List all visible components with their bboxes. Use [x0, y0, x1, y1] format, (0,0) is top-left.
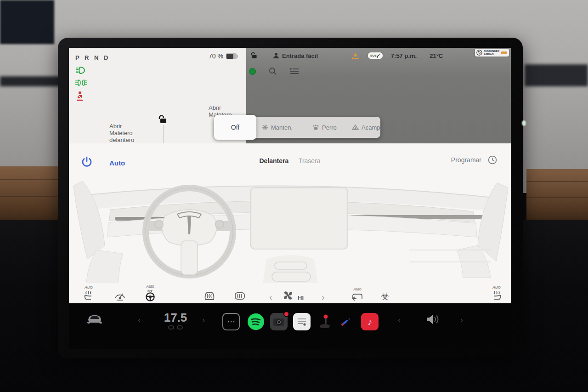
outside-temp: 21°C	[430, 52, 443, 59]
camp-tent-icon	[352, 125, 359, 130]
seat-heater-right-icon	[491, 290, 503, 301]
spotify-icon	[247, 313, 265, 330]
fan-level: HI	[298, 278, 304, 301]
sos-badge[interactable]: SOS	[368, 52, 383, 58]
seatbelt-warning-icon	[75, 91, 85, 101]
background-shadow-right	[525, 64, 588, 86]
arcade-app[interactable]	[316, 313, 334, 330]
fan-speed-up[interactable]: ›	[322, 278, 325, 301]
battery-percent: 70 %	[209, 52, 223, 60]
headlight-on-icon	[75, 66, 86, 74]
rear-defrost-icon	[233, 290, 246, 301]
seat-heater-left-icon	[83, 290, 95, 301]
front-defrost[interactable]	[203, 278, 216, 301]
ellipsis-icon: ⋯	[227, 317, 235, 327]
keep-mode-keep-label: Manten.	[271, 124, 293, 131]
front-defrost-icon	[203, 290, 216, 301]
steering-heater-auto: Auto	[146, 284, 154, 289]
battery-indicator[interactable]: 70 %	[209, 52, 238, 60]
dog-paw-icon	[312, 125, 319, 131]
chevron-left-icon: ‹	[269, 292, 272, 301]
bezel-led-reflection	[522, 120, 526, 126]
keep-mode-off[interactable]: Off	[214, 115, 256, 140]
status-bar: Entrada fácil SOS 7:57 p.m. 21°C	[246, 50, 511, 62]
keep-mode-keep[interactable]: Manten.	[262, 117, 293, 138]
wood-dashboard-right	[526, 169, 588, 220]
frunk-leader-line	[163, 125, 164, 145]
radio-app[interactable]	[293, 313, 311, 330]
toybox-app[interactable]	[337, 313, 355, 330]
recirculation-icon	[351, 292, 364, 301]
tab-rear-seats[interactable]: Trasera	[299, 157, 321, 165]
car-controls-button[interactable]	[85, 312, 104, 324]
radio-icon	[296, 316, 307, 327]
bottom-taskbar: ‹ 17.5 › ⋯	[69, 303, 511, 349]
rear-defrost[interactable]	[233, 278, 246, 301]
media-controls-row	[249, 67, 299, 75]
temp-down-chevron[interactable]: ‹	[138, 315, 141, 325]
fan-icon	[282, 290, 294, 301]
schedule-label[interactable]: Programar	[451, 156, 481, 164]
background-dark-object	[0, 0, 54, 44]
battery-icon	[226, 53, 238, 59]
app-launcher-button[interactable]: ⋯	[222, 313, 240, 330]
airbag-status-indicator	[501, 51, 507, 54]
bioweapon-defense-mode[interactable]: ☣	[380, 278, 390, 301]
keep-mode-camp[interactable]: Acamp.	[352, 117, 382, 138]
passenger-airbag-badge: PASSENGER AIRBAG	[475, 49, 509, 57]
steering-wheel-heater-icon	[144, 290, 156, 301]
seat-heater-right[interactable]: Auto	[491, 278, 503, 301]
wiper-heater[interactable]	[114, 278, 126, 301]
fan-icon-wrap	[282, 278, 294, 301]
keep-mode-dog[interactable]: Perro	[312, 117, 337, 138]
entry-mode-label: Entrada fácil	[282, 52, 318, 59]
keep-mode-dog-label: Perro	[322, 124, 337, 131]
temp-split-right-icon	[177, 325, 183, 330]
unlocked-padlock-icon[interactable]	[157, 115, 167, 124]
recirculation[interactable]: Auto	[351, 278, 364, 301]
dashcam-app[interactable]	[270, 313, 288, 330]
tab-front-seats[interactable]: Delantera	[259, 157, 288, 165]
volume-up-chevron[interactable]: ›	[460, 315, 463, 325]
seat-heater-right-auto: Auto	[492, 285, 501, 290]
speaker-icon	[425, 313, 439, 325]
driver-temp-value[interactable]: 17.5	[148, 311, 203, 325]
cabin-render	[69, 167, 511, 283]
recording-badge	[283, 311, 289, 317]
music-app[interactable]: ♪	[361, 313, 379, 330]
driver-profile[interactable]: Entrada fácil	[273, 52, 318, 59]
clock-time: 7:57 p.m.	[391, 52, 417, 59]
spotify-source-dot[interactable]	[249, 68, 256, 75]
recirculation-auto: Auto	[353, 287, 362, 291]
telltale-column	[75, 66, 87, 101]
volume-down-chevron[interactable]: ‹	[398, 315, 401, 325]
spotify-app[interactable]	[247, 313, 265, 330]
playlist-queue-icon[interactable]	[290, 68, 299, 75]
fan-speed-down[interactable]: ‹	[269, 278, 272, 301]
schedule-clock-icon[interactable]	[488, 155, 497, 165]
dart-icon	[339, 315, 353, 329]
photo-of-tesla-screen: P R N D 70 %	[0, 0, 588, 392]
gear-indicator: P R N D	[75, 54, 110, 61]
dashcam-icon	[273, 317, 284, 326]
steering-wheel-heater[interactable]: Auto	[144, 278, 156, 301]
joystick-icon	[318, 314, 332, 329]
software-update-icon[interactable]	[352, 52, 359, 59]
airbag-label: PASSENGER AIRBAG	[484, 50, 499, 56]
car-icon	[85, 312, 104, 324]
keep-climate-icon	[262, 124, 268, 131]
volume-button[interactable]	[425, 313, 439, 327]
driver-profile-icon	[273, 52, 279, 59]
tesla-touchscreen: P R N D 70 %	[69, 48, 511, 349]
temp-split-indicators	[148, 325, 203, 330]
temp-split-left-icon	[168, 325, 174, 330]
temp-up-chevron[interactable]: ›	[202, 315, 205, 325]
airbag-icon	[476, 50, 482, 56]
unlocked-icon[interactable]	[250, 52, 257, 59]
seat-heater-left[interactable]: Auto	[83, 278, 95, 301]
search-icon[interactable]	[269, 67, 277, 75]
parking-lights-icon	[75, 79, 87, 86]
open-frunk-label[interactable]: Abrir Maletero delantero	[109, 123, 134, 144]
chevron-right-icon: ›	[322, 292, 325, 301]
sos-label: SOS	[370, 53, 377, 58]
